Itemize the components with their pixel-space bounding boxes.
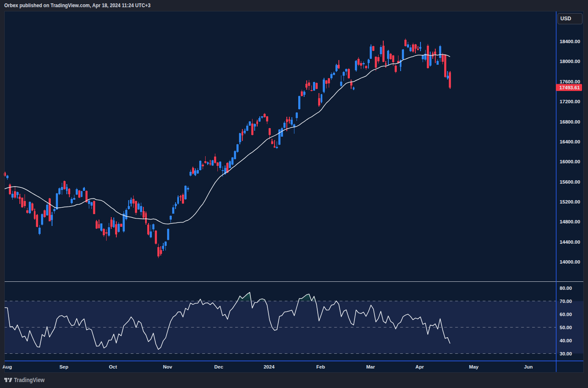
svg-text:Sep: Sep [59,364,68,369]
svg-text:2024: 2024 [264,364,275,369]
svg-text:17493.61: 17493.61 [559,85,580,90]
svg-text:Dec: Dec [214,364,223,369]
svg-text:15600.00: 15600.00 [560,179,580,184]
svg-text:17200.00: 17200.00 [560,99,580,104]
svg-text:70.00: 70.00 [560,298,572,304]
svg-text:14000.00: 14000.00 [560,259,580,264]
svg-text:May: May [469,364,479,369]
svg-text:17600.00: 17600.00 [560,79,580,84]
svg-text:Feb: Feb [316,364,325,369]
svg-text:60.00: 60.00 [560,311,572,317]
svg-text:30.00: 30.00 [560,351,572,356]
svg-text:Mar: Mar [366,364,375,369]
svg-text:Aug: Aug [3,364,12,369]
svg-text:USD: USD [561,16,572,22]
svg-text:18000.00: 18000.00 [560,58,580,64]
svg-text:15200.00: 15200.00 [560,199,580,204]
svg-text:16800.00: 16800.00 [560,119,580,124]
svg-text:50.00: 50.00 [560,325,572,330]
svg-text:18400.00: 18400.00 [560,39,580,44]
svg-text:Oct: Oct [109,364,117,369]
svg-text:40.00: 40.00 [560,338,572,343]
svg-text:Nov: Nov [163,364,172,369]
svg-text:14400.00: 14400.00 [560,239,580,245]
svg-text:Apr: Apr [415,364,424,369]
svg-text:80.00: 80.00 [560,285,572,291]
svg-text:Jun: Jun [524,364,533,369]
svg-text:16000.00: 16000.00 [560,159,580,164]
svg-text:16400.00: 16400.00 [560,139,580,144]
svg-text:14800.00: 14800.00 [560,219,580,224]
